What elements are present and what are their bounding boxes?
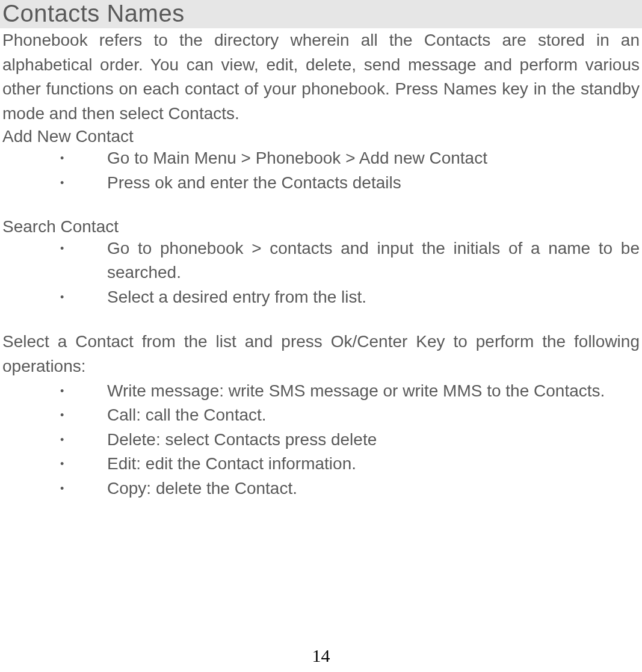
- subhead-add-new-contact: Add New Contact: [0, 127, 642, 146]
- title-block: Contacts Names: [0, 0, 642, 28]
- document-page: Contacts Names Phonebook refers to the d…: [0, 0, 642, 672]
- list-item: Write message: write SMS message or writ…: [0, 379, 640, 404]
- list-item: Go to phonebook > contacts and input the…: [0, 236, 640, 285]
- list-item: Call: call the Contact.: [0, 403, 640, 428]
- operation-text: delete the Contact.: [151, 479, 297, 498]
- spacer: [0, 309, 642, 330]
- list-operations: Write message: write SMS message or writ…: [0, 379, 642, 501]
- intro-paragraph: Phonebook refers to the directory wherei…: [0, 28, 642, 126]
- list-search-contact: Go to phonebook > contacts and input the…: [0, 236, 642, 310]
- operation-label: Edit:: [107, 454, 141, 473]
- operations-intro: Select a Contact from the list and press…: [0, 330, 642, 378]
- operation-label: Copy:: [107, 479, 151, 498]
- page-title: Contacts Names: [2, 0, 185, 26]
- subhead-search-contact: Search Contact: [0, 217, 642, 236]
- list-item: Press ok and enter the Contacts details: [0, 171, 640, 196]
- list-item: Edit: edit the Contact information.: [0, 452, 640, 476]
- list-item: Delete: select Contacts press delete: [0, 428, 640, 452]
- spacer: [0, 196, 642, 216]
- operation-label: Delete:: [107, 430, 161, 449]
- operation-label: Write message:: [107, 381, 224, 400]
- operation-text: select Contacts press delete: [161, 430, 377, 449]
- operation-text: write SMS message or write MMS to the Co…: [224, 381, 605, 400]
- page-number: 14: [0, 646, 642, 666]
- list-item: Copy: delete the Contact.: [0, 476, 640, 501]
- operation-text: call the Contact.: [141, 405, 267, 424]
- list-item: Go to Main Menu > Phonebook > Add new Co…: [0, 146, 640, 171]
- operation-text: edit the Contact information.: [141, 454, 356, 473]
- operation-label: Call:: [107, 405, 141, 424]
- list-item: Select a desired entry from the list.: [0, 285, 640, 310]
- list-add-new-contact: Go to Main Menu > Phonebook > Add new Co…: [0, 146, 642, 195]
